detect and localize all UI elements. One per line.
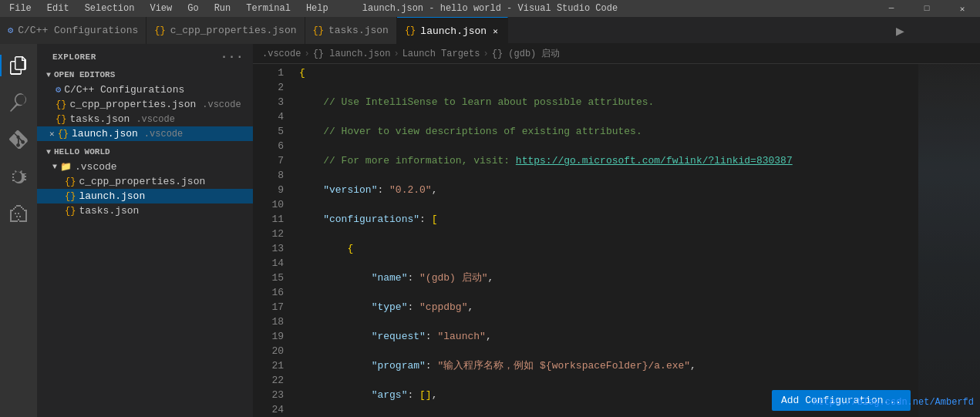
code-editor[interactable]: 12345 678910 1112131415 1617181920 21222… xyxy=(253,64,980,417)
maximize-button[interactable]: □ xyxy=(909,0,945,17)
menu-bar: File Edit Selection View Go Run Terminal… xyxy=(6,2,332,15)
open-editors-label: OPEN EDITORS xyxy=(54,70,115,79)
tree-launch-label: launch.json xyxy=(79,190,145,202)
open-editor-cpp[interactable]: ⚙ C/C++ Configurations xyxy=(37,82,253,97)
code-line-7: { xyxy=(299,241,918,256)
hello-world-label: HELLO WORLD xyxy=(54,147,110,156)
breadcrumb: .vscode › {} launch.json › Launch Target… xyxy=(253,44,980,64)
breadcrumb-vscode[interactable]: .vscode xyxy=(262,49,301,59)
breadcrumb-sep-1: › xyxy=(304,49,309,59)
minimap-content xyxy=(918,64,980,417)
blog-link[interactable]: https://blog.csdn.net/Amberfd xyxy=(807,394,980,411)
open-editor-cpp-props-suffix: .vscode xyxy=(202,99,241,110)
menu-terminal[interactable]: Terminal xyxy=(243,2,294,15)
sidebar-header: EXPLORER ··· xyxy=(37,44,253,67)
tree-tasks-label: tasks.json xyxy=(79,205,139,217)
cpp-icon: ⚙ xyxy=(8,25,13,36)
tab-bar: ⚙ C/C++ Configurations {} c_cpp_properti… xyxy=(0,17,980,44)
open-editor-cpp-props[interactable]: {} c_cpp_properties.json .vscode xyxy=(37,97,253,112)
breadcrumb-gdb[interactable]: {} (gdb) 启动 xyxy=(492,47,561,60)
folder-icon: 📁 xyxy=(60,161,72,173)
tree-tasks[interactable]: {} tasks.json xyxy=(37,203,253,218)
code-line-6: "configurations": [ xyxy=(299,212,918,227)
menu-file[interactable]: File xyxy=(6,2,35,15)
window-title: launch.json - hello world - Visual Studi… xyxy=(362,3,618,14)
app: ⚙ C/C++ Configurations {} c_cpp_properti… xyxy=(0,17,980,417)
activity-extensions[interactable] xyxy=(0,195,37,232)
breadcrumb-json[interactable]: {} launch.json xyxy=(313,49,391,59)
sidebar-more-button[interactable]: ··· xyxy=(221,50,244,64)
code-line-10: "request": "launch", xyxy=(299,329,918,344)
tree-launch[interactable]: {} launch.json xyxy=(37,189,253,203)
tab-close-button[interactable]: ✕ xyxy=(491,25,500,37)
tab-launch[interactable]: {} launch.json ✕ xyxy=(397,17,508,44)
tab-cpp-config-label: C/C++ Configurations xyxy=(18,25,138,36)
hello-world-section[interactable]: ▼ HELLO WORLD xyxy=(37,144,253,160)
tree-cpp-props-label: c_cpp_properties.json xyxy=(79,176,205,187)
vscode-folder-chevron: ▼ xyxy=(52,163,57,171)
tab-c-cpp-props[interactable]: {} c_cpp_properties.json xyxy=(146,17,305,44)
json-icon-tree-3: {} xyxy=(65,206,76,217)
tab-cpp-config[interactable]: ⚙ C/C++ Configurations xyxy=(0,17,146,44)
tab-launch-label: launch.json xyxy=(420,25,487,37)
activity-git[interactable] xyxy=(0,121,37,158)
activity-debug[interactable] xyxy=(0,158,37,195)
run-button[interactable]: ▶ xyxy=(887,17,914,44)
breadcrumb-targets[interactable]: Launch Targets xyxy=(402,49,480,59)
title-bar: File Edit Selection View Go Run Terminal… xyxy=(0,0,980,17)
open-editor-tasks-label: tasks.json xyxy=(69,113,130,125)
open-editor-cpp-props-label: c_cpp_properties.json xyxy=(69,99,196,110)
tab-c-cpp-props-label: c_cpp_properties.json xyxy=(170,25,297,36)
open-editor-cpp-label: C/C++ Configurations xyxy=(64,84,184,96)
code-line-8: "name": "(gdb) 启动", xyxy=(299,271,918,285)
window-controls: ─ □ ✕ xyxy=(874,0,980,17)
json-icon-tree-2: {} xyxy=(65,191,76,202)
close-button[interactable]: ✕ xyxy=(945,0,980,17)
activity-files[interactable] xyxy=(0,47,37,84)
menu-help[interactable]: Help xyxy=(303,2,332,15)
open-editor-tasks[interactable]: {} tasks.json .vscode xyxy=(37,112,253,126)
sidebar: EXPLORER ··· ▼ OPEN EDITORS ⚙ C/C++ Conf… xyxy=(37,44,253,417)
sidebar-title: EXPLORER xyxy=(52,52,96,62)
menu-edit[interactable]: Edit xyxy=(44,2,72,15)
json-icon-tree-1: {} xyxy=(65,177,76,187)
open-editors-chevron: ▼ xyxy=(46,71,51,79)
tab-tasks-label: tasks.json xyxy=(328,25,389,36)
json-file-icon-3: {} xyxy=(58,129,69,140)
open-editor-launch[interactable]: ✕ {} launch.json .vscode xyxy=(37,126,253,141)
activity-search[interactable] xyxy=(0,84,37,121)
menu-selection[interactable]: Selection xyxy=(82,2,138,15)
activity-bar xyxy=(0,44,37,417)
cpp-file-icon: ⚙ xyxy=(56,84,61,96)
open-editor-launch-suffix: .vscode xyxy=(144,129,183,140)
minimap xyxy=(918,64,980,417)
json-file-icon-2: {} xyxy=(56,114,66,125)
menu-view[interactable]: View xyxy=(146,2,175,15)
open-editors-section[interactable]: ▼ OPEN EDITORS xyxy=(37,67,253,82)
json-file-icon-1: {} xyxy=(56,99,66,110)
code-line-4: // For more information, visit: https://… xyxy=(299,153,918,168)
json-icon-1: {} xyxy=(154,25,165,36)
line-numbers: 12345 678910 1112131415 1617181920 21222… xyxy=(253,64,290,417)
json-icon-2: {} xyxy=(313,25,324,36)
tree-cpp-props[interactable]: {} c_cpp_properties.json xyxy=(37,174,253,189)
open-editor-launch-label: launch.json xyxy=(72,128,138,140)
menu-run[interactable]: Run xyxy=(211,2,234,15)
json-icon-3: {} xyxy=(405,25,416,36)
code-line-2: // Use IntelliSense to learn about possi… xyxy=(299,95,918,109)
breadcrumb-sep-2: › xyxy=(393,49,399,59)
close-icon-launch[interactable]: ✕ xyxy=(49,129,55,139)
code-content: { // Use IntelliSense to learn about pos… xyxy=(290,64,918,417)
minimize-button[interactable]: ─ xyxy=(874,0,909,17)
main-body: EXPLORER ··· ▼ OPEN EDITORS ⚙ C/C++ Conf… xyxy=(0,44,980,417)
code-line-11: "program": "输入程序名称，例如 ${workspaceFolder}… xyxy=(299,358,918,373)
code-line-9: "type": "cppdbg", xyxy=(299,300,918,314)
code-line-1: { xyxy=(299,66,918,80)
vscode-folder[interactable]: ▼ 📁 .vscode xyxy=(37,160,253,174)
open-editor-tasks-suffix: .vscode xyxy=(136,114,174,125)
code-line-3: // Hover to view descriptions of existin… xyxy=(299,124,918,139)
tab-tasks[interactable]: {} tasks.json xyxy=(305,17,397,44)
editor-container: .vscode › {} launch.json › Launch Target… xyxy=(253,44,980,417)
menu-go[interactable]: Go xyxy=(184,2,201,15)
code-line-5: "version": "0.2.0", xyxy=(299,183,918,197)
